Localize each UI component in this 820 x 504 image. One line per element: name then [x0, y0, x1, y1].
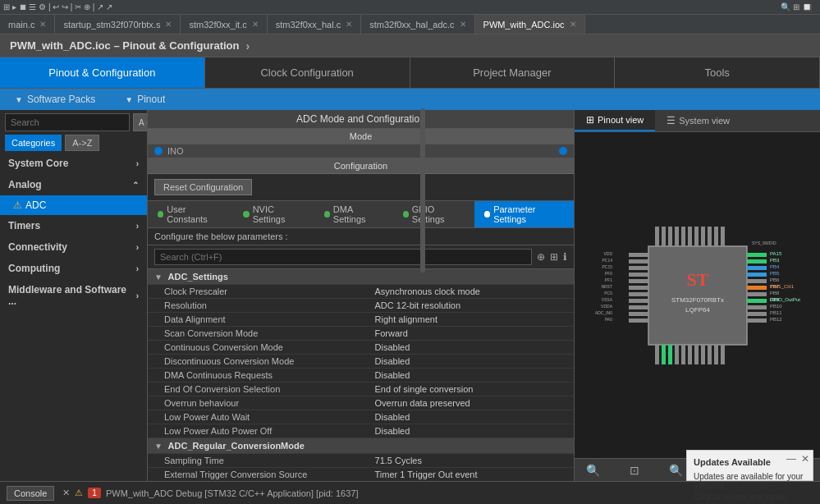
warning-indicator: ⚠	[75, 488, 83, 498]
svg-text:PA15: PA15	[770, 251, 782, 256]
view-tab-pinout[interactable]: ⊞ Pinout view	[575, 110, 655, 131]
sidebar-item-adc[interactable]: ⚠ADC	[0, 195, 147, 215]
svg-text:PC0: PC0	[604, 291, 612, 296]
nav-tab-pinout[interactable]: Pinout & Configuration	[0, 57, 205, 88]
file-tab-startup[interactable]: startup_stm32f070rbtx.s ✕	[55, 15, 181, 34]
settings-table: ▼ ADC_Settings Clock Prescaler Asynchron…	[148, 269, 574, 481]
svg-rect-41	[675, 345, 679, 364]
param-search-input[interactable]	[154, 249, 532, 265]
search-row: A→Z ⚙	[0, 110, 147, 135]
close-tab-it[interactable]: ✕	[252, 20, 259, 29]
svg-rect-31	[681, 227, 685, 246]
param-expand-btn[interactable]: ⊞	[550, 251, 558, 263]
svg-text:PF0: PF0	[604, 271, 612, 276]
updates-close-button[interactable]: ✕	[801, 453, 809, 465]
param-filter-btn[interactable]: ⊕	[537, 251, 545, 263]
tab-nvic-settings[interactable]: NVIC Settings	[233, 201, 314, 227]
svg-rect-39	[662, 345, 666, 364]
content-area: A→Z ⚙ Categories A->Z System Core › Anal…	[0, 110, 820, 481]
fit-view-button[interactable]: ⊡	[625, 462, 644, 479]
system-tab-icon: ☰	[667, 115, 676, 126]
file-tab-ioc[interactable]: PWM_with_ADC.ioc ✕	[475, 15, 585, 34]
group-toggle-adc[interactable]: ▼	[154, 273, 163, 282]
svg-rect-12	[629, 299, 648, 303]
table-row: Data Alignment Right alignment	[148, 313, 574, 327]
svg-rect-18	[747, 266, 767, 270]
updates-text1: Updates are available for your software.	[694, 472, 806, 490]
updates-panel: ✕ — Updates Available Updates are availa…	[686, 450, 813, 481]
sidebar-item-analog[interactable]: Analog ⌃	[0, 174, 147, 195]
param-search-row: ⊕ ⊞ ℹ	[148, 245, 574, 269]
svg-rect-14	[629, 312, 648, 316]
categories-button[interactable]: Categories	[5, 135, 62, 151]
nav-tab-project[interactable]: Project Manager	[410, 57, 616, 88]
tab-user-constants[interactable]: User Constants	[148, 201, 233, 227]
tab-dma-settings[interactable]: DMA Settings	[314, 201, 393, 227]
file-tab-hal-adc[interactable]: stm32f0xx_hal_adc.c ✕	[361, 15, 474, 34]
svg-rect-44	[694, 345, 699, 364]
top-bar: ⊞ ▸ ⏹ ☰ ⚙ | ↩ ↪ | ✂ ⊕ | ↗ ↗ 🔍 ⊞ 🔲	[0, 0, 820, 15]
scrollbar-thumb[interactable]	[420, 108, 425, 273]
zoom-in-button[interactable]: 🔍	[581, 462, 605, 479]
search-button[interactable]: A→Z	[133, 113, 148, 131]
svg-text:PC14: PC14	[602, 258, 612, 263]
close-tab-hal-adc[interactable]: ✕	[460, 20, 466, 29]
file-tab-it[interactable]: stm32f0xx_it.c ✕	[181, 15, 267, 34]
sidebar-item-middleware[interactable]: Middleware and Software ... ›	[0, 279, 147, 312]
svg-text:PB11: PB11	[770, 310, 782, 315]
reset-button[interactable]: Reset Configuration	[154, 179, 252, 195]
group-toggle-regular[interactable]: ▼	[154, 442, 163, 451]
param-info-btn[interactable]: ℹ	[563, 251, 567, 263]
group-row-adc-settings: ▼ ADC_Settings	[148, 269, 574, 285]
svg-text:PB8: PB8	[770, 291, 780, 296]
file-tab-hal[interactable]: stm32f0xx_hal.c ✕	[268, 15, 361, 34]
close-tab-ioc[interactable]: ✕	[570, 20, 576, 29]
sub-nav-pinout[interactable]: ▼ Pinout	[110, 89, 180, 110]
tab-parameter-settings[interactable]: Parameter Settings	[474, 201, 574, 227]
settings-scroll[interactable]: ▼ ADC_Settings Clock Prescaler Asynchron…	[148, 269, 574, 481]
svg-rect-23	[747, 299, 767, 303]
view-tabs: ⊞ Pinout view ☰ System view	[575, 110, 820, 132]
search-input[interactable]	[5, 113, 130, 131]
updates-minimize-button[interactable]: —	[786, 453, 796, 465]
svg-rect-38	[655, 345, 659, 364]
close-tab-startup[interactable]: ✕	[165, 20, 172, 29]
tab-gpio-settings[interactable]: GPIO Settings	[393, 201, 474, 227]
svg-rect-32	[688, 227, 692, 246]
svg-rect-45	[701, 345, 705, 364]
sidebar-item-timers[interactable]: Timers ›	[0, 215, 147, 236]
nav-tab-tools[interactable]: Tools	[615, 57, 820, 88]
svg-text:VDDA: VDDA	[601, 304, 613, 309]
svg-rect-19	[747, 273, 767, 277]
svg-rect-33	[694, 227, 699, 246]
zoom-out-button[interactable]: 🔍	[664, 462, 688, 479]
close-tab-hal[interactable]: ✕	[346, 20, 352, 29]
table-row: Clock Prescaler Asynchronous clock mode	[148, 285, 574, 299]
sidebar-item-computing[interactable]: Computing ›	[0, 258, 147, 279]
config-panel: ADC Mode and Configuration Mode INO Conf…	[148, 110, 574, 481]
close-console-icon[interactable]: ✕	[62, 488, 70, 498]
svg-rect-28	[662, 227, 666, 246]
nav-tab-clock[interactable]: Clock Configuration	[205, 57, 410, 88]
sidebar-item-system-core[interactable]: System Core ›	[0, 153, 147, 174]
svg-rect-21	[747, 286, 767, 290]
sidebar-item-connectivity[interactable]: Connectivity ›	[0, 236, 147, 258]
close-tab-main[interactable]: ✕	[39, 20, 46, 29]
svg-text:VDD: VDD	[603, 251, 612, 256]
table-row: Continuous Conversion Mode Disabled	[148, 341, 574, 355]
file-tab-main[interactable]: main.c ✕	[0, 15, 55, 34]
chip-svg: ST STM32F070RBTx LQFP64	[583, 181, 813, 410]
table-row: External Trigger Conversion Source Timer…	[148, 468, 574, 482]
chevron-icon-middleware: ›	[136, 291, 139, 300]
console-tab[interactable]: Console	[7, 486, 54, 501]
top-bar-icons: ⊞ ▸ ⏹ ☰ ⚙ | ↩ ↪ | ✂ ⊕ | ↗ ↗	[3, 2, 112, 11]
top-bar-right: 🔍 ⊞ 🔲	[781, 2, 812, 11]
sub-nav-software-packs[interactable]: ▼ Software Packs	[0, 89, 110, 110]
svg-text:TIM1_CH1: TIM1_CH1	[770, 284, 795, 289]
az-button[interactable]: A->Z	[65, 135, 99, 151]
svg-rect-27	[655, 227, 659, 246]
param-row: Configure the below parameters :	[148, 228, 574, 245]
svg-rect-40	[668, 345, 672, 364]
breadcrumb-chevron: ›	[246, 39, 250, 53]
view-tab-system[interactable]: ☰ System view	[655, 110, 741, 131]
